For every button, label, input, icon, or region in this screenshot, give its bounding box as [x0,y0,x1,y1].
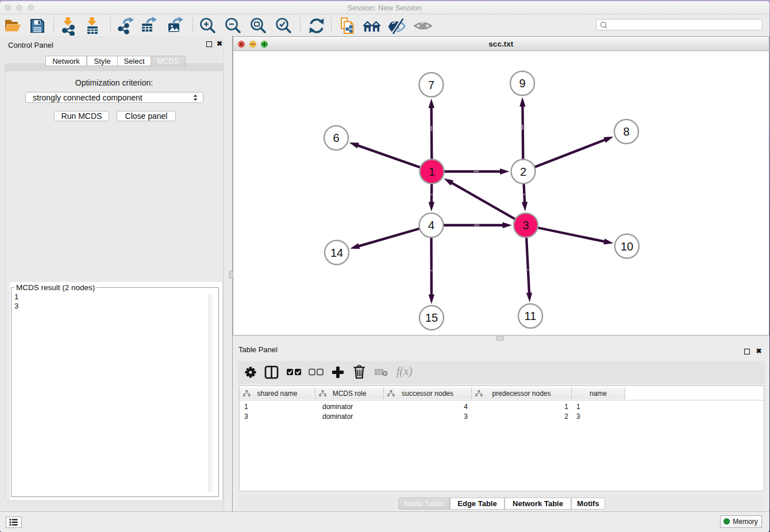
svg-text:3: 3 [522,219,529,232]
svg-text:4: 4 [428,219,434,232]
svg-text:6: 6 [333,132,339,144]
svg-text:7: 7 [428,79,434,91]
svg-text:15: 15 [425,311,438,324]
svg-text:2: 2 [520,165,526,178]
svg-text:11: 11 [525,310,537,322]
svg-text:14: 14 [330,246,343,259]
svg-text:8: 8 [623,125,629,138]
svg-text:10: 10 [621,240,633,253]
svg-text:1: 1 [429,165,435,178]
svg-text:9: 9 [519,77,525,90]
